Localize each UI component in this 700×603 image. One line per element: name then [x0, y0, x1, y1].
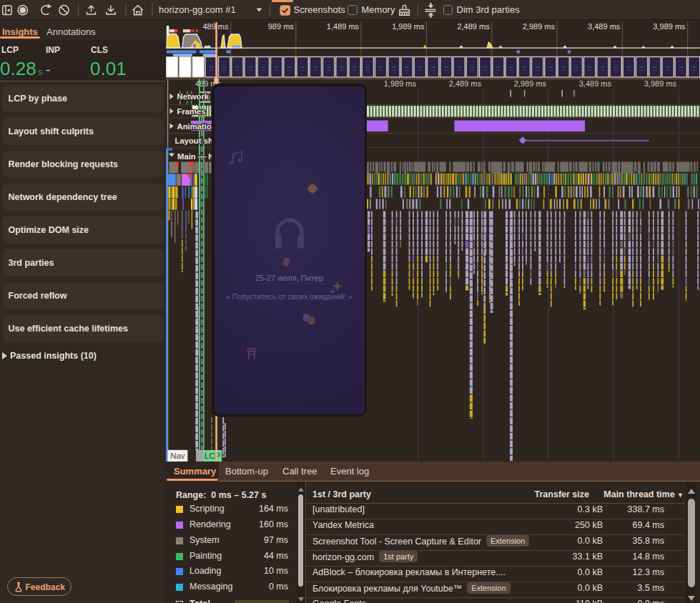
svg-text:3,989 ms: 3,989 ms	[644, 79, 677, 88]
svg-text:2,989 ms: 2,989 ms	[514, 79, 547, 88]
svg-text:1,489 ms: 1,489 ms	[327, 22, 360, 31]
svg-text:2,989 ms: 2,989 ms	[523, 22, 556, 31]
svg-text:Nav: Nav	[170, 452, 185, 460]
svg-text:3,489 ms: 3,489 ms	[588, 22, 621, 31]
svg-text:989 ms: 989 ms	[268, 22, 295, 31]
svg-text:2,489 ms: 2,489 ms	[457, 22, 490, 31]
svg-text:LCP: LCP	[204, 452, 221, 460]
svg-text:1,989 ms: 1,989 ms	[384, 79, 417, 88]
svg-text:Frames: Frames	[177, 107, 206, 116]
svg-text:3,989 ms: 3,989 ms	[653, 22, 686, 31]
svg-text:2,489 ms: 2,489 ms	[449, 79, 482, 88]
svg-text:3,489 ms: 3,489 ms	[579, 79, 612, 88]
svg-text:1,989 ms: 1,989 ms	[392, 22, 425, 31]
svg-text:Network: Network	[177, 92, 209, 101]
